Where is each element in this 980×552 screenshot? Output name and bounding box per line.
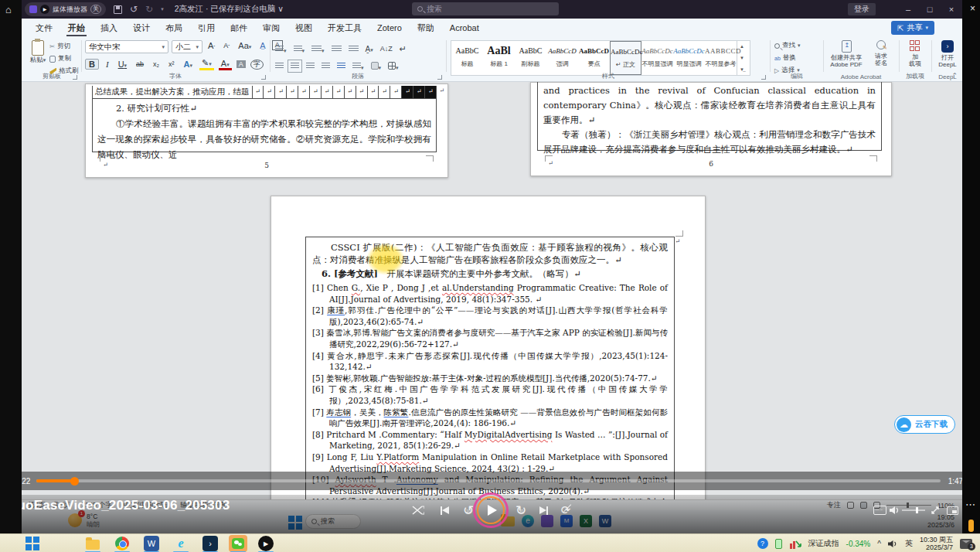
style-item[interactable]: AaBbC 标题 xyxy=(451,41,483,75)
bullets-button[interactable]: ▾ xyxy=(275,42,287,56)
tray-expand-caret[interactable]: ^ xyxy=(877,540,881,548)
phonetic-guide-button[interactable]: A̤ xyxy=(257,41,267,50)
share-button[interactable]: ⇱ 共享 ▾ xyxy=(891,21,934,35)
font-name-select[interactable]: 华文中宋▾ xyxy=(85,40,168,53)
highlight-button[interactable]: ✎▾ xyxy=(199,58,214,70)
more-options-icon[interactable]: ⋯ xyxy=(965,499,975,510)
justify-button[interactable] xyxy=(322,63,330,70)
create-share-pdf-button[interactable]: ↥ 创建并共享 Adobe PDF xyxy=(827,40,866,68)
font-color-button[interactable]: A▾ xyxy=(219,59,232,70)
open-deepl-button[interactable]: › 打开 DeepL xyxy=(934,40,961,68)
maximize-button[interactable]: □ xyxy=(919,0,941,19)
align-right-button[interactable] xyxy=(306,63,315,70)
ribbon-tab[interactable]: 开发工具 xyxy=(320,19,369,37)
shrink-font-button[interactable]: Aˇ xyxy=(221,42,232,49)
shading-button[interactable]: A xyxy=(236,60,246,68)
miniplayer-button[interactable] xyxy=(944,501,960,520)
document-area[interactable]: 总结成果，提出解决方案，推动应用，结题 ↵↵↵↵↵↵↵↵↵↵↵↵↵↵↵↵ 2. … xyxy=(22,82,962,499)
request-signature-button[interactable]: ✎ 请求 签名 xyxy=(869,40,893,66)
line-spacing-button[interactable]: ▾ xyxy=(352,59,364,73)
stock-ticker-name[interactable]: 深证成指 xyxy=(808,538,839,549)
ribbon-tab[interactable]: 开始 xyxy=(60,19,93,37)
subscript-button[interactable]: x₂ xyxy=(151,60,162,68)
taskbar-player-icon[interactable]: ▶ xyxy=(258,536,274,551)
borders-button[interactable]: ▾ xyxy=(388,59,399,73)
qat-customize-icon[interactable]: ▾ xyxy=(161,6,164,12)
system-clock[interactable]: 10:30 周五 2025/3/7 xyxy=(920,536,953,551)
undo-icon[interactable]: ↺ xyxy=(130,4,138,15)
copy-button[interactable]: 复制 xyxy=(49,54,79,63)
distribute-button[interactable] xyxy=(337,63,345,70)
ribbon-tab[interactable]: 插入 xyxy=(93,19,125,37)
taskbar-deepl-icon[interactable]: › xyxy=(202,536,218,551)
ribbon-tab[interactable]: 引用 xyxy=(190,19,223,37)
pen-tool-icon[interactable] xyxy=(968,520,974,532)
font-size-select[interactable]: 小二▾ xyxy=(172,40,202,53)
style-item[interactable]: AaBbCcD 强调 xyxy=(546,41,578,75)
redo-icon[interactable]: ↻ xyxy=(145,4,153,15)
strikethrough-button[interactable]: ab xyxy=(134,60,146,68)
subtitles-button[interactable] xyxy=(872,501,887,520)
forward-30-button[interactable]: ↻ 30 xyxy=(513,501,529,520)
increase-indent-button[interactable] xyxy=(349,46,359,53)
cut-button[interactable]: ✂剪切 xyxy=(49,42,79,51)
paragraph-dialog-launcher[interactable] xyxy=(437,75,442,80)
ribbon-tab[interactable]: 审阅 xyxy=(255,19,288,37)
ribbon-tab[interactable]: 视图 xyxy=(288,19,320,37)
ribbon-tab[interactable]: Zotero xyxy=(369,19,410,37)
previous-button[interactable] xyxy=(437,501,451,520)
input-language-indicator[interactable]: 英 xyxy=(905,538,913,549)
numbering-button[interactable]: ▾ xyxy=(294,42,305,56)
ribbon-tab[interactable]: 邮件 xyxy=(223,19,255,37)
paste-button[interactable]: 粘贴▾ xyxy=(26,40,49,65)
taskbar-chrome-icon[interactable] xyxy=(114,536,130,551)
sort-button[interactable]: A↓Z xyxy=(380,45,393,53)
play-button[interactable] xyxy=(477,496,505,524)
cloud-download-button[interactable]: ☁ 云吞下载 xyxy=(894,415,955,434)
collapse-ribbon-icon[interactable]: ⌃ xyxy=(951,72,958,80)
next-button[interactable] xyxy=(536,501,550,520)
font-dialog-launcher[interactable] xyxy=(261,75,266,80)
multilevel-list-button[interactable]: ▾ xyxy=(311,42,325,56)
battery-icon[interactable] xyxy=(775,539,782,549)
help-icon[interactable]: ? xyxy=(757,538,768,549)
change-case-button[interactable]: Aa▾ xyxy=(236,41,254,50)
taskbar-file-explorer-icon[interactable] xyxy=(85,536,100,551)
volume-icon[interactable] xyxy=(889,501,900,520)
style-item[interactable]: AaBbCcDc 不明显强调 xyxy=(641,41,673,75)
close-button[interactable]: × xyxy=(941,0,962,19)
style-item[interactable]: AaBbCcD 要点 xyxy=(578,41,610,75)
show-marks-button[interactable]: ↵ xyxy=(400,44,407,54)
ribbon-tab[interactable]: Acrobat xyxy=(442,19,487,37)
style-item[interactable]: AaBbC 副标题 xyxy=(515,41,546,75)
save-icon[interactable] xyxy=(114,5,122,14)
ribbon-tab[interactable]: 布局 xyxy=(158,19,190,37)
text-effects-button[interactable]: A▾ xyxy=(182,60,195,69)
seek-bar[interactable] xyxy=(36,479,940,482)
align-center-button[interactable] xyxy=(291,63,299,70)
clipboard-dialog-launcher[interactable] xyxy=(73,75,77,80)
underline-button[interactable]: U▾ xyxy=(116,60,129,69)
fullscreen-button[interactable] xyxy=(929,501,941,520)
italic-button[interactable]: I xyxy=(104,60,111,69)
bold-button[interactable]: B xyxy=(85,59,99,70)
start-button[interactable] xyxy=(25,536,40,551)
replace-button[interactable]: ab替换 xyxy=(774,53,801,63)
ribbon-tab[interactable]: 设计 xyxy=(125,19,158,37)
volume-slider[interactable] xyxy=(901,501,926,520)
search-box[interactable]: 搜索 xyxy=(412,2,559,15)
style-item[interactable]: AaBbCcDc ↵ 正文 xyxy=(610,41,641,75)
taskbar-word-icon[interactable]: W xyxy=(144,536,159,551)
grow-font-button[interactable]: Aˆ xyxy=(206,41,217,50)
media-player-overlay-pill[interactable]: ▶ 媒体播放器 关 xyxy=(25,2,106,16)
shuffle-button[interactable] xyxy=(411,501,425,520)
find-button[interactable]: 查找▾ xyxy=(774,41,801,50)
styles-dialog-launcher[interactable] xyxy=(761,75,766,80)
style-item[interactable]: AaBbCcDc 明显强调 xyxy=(673,41,705,75)
style-item[interactable]: AABBCCD 不明显参考 xyxy=(705,41,737,75)
tray-volume-icon[interactable] xyxy=(888,540,898,548)
decrease-indent-button[interactable] xyxy=(332,46,342,53)
addins-button[interactable]: 加 载项 xyxy=(901,40,929,67)
ribbon-tab[interactable]: 帮助 xyxy=(410,19,442,37)
media-player-close-toggle[interactable]: 关 xyxy=(90,5,101,14)
